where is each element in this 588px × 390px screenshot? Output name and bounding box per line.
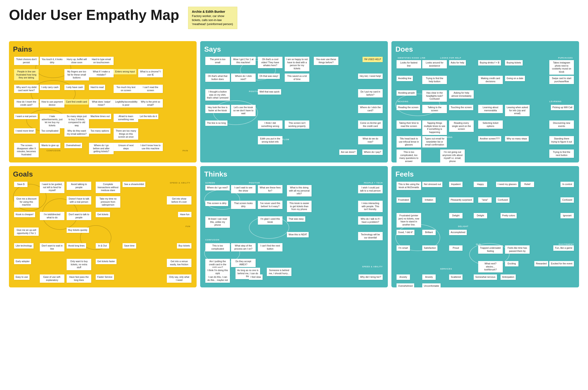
- sticky-note: Types out email for newsletter list or e…: [422, 136, 447, 147]
- sticky-note: Get tickets: [96, 212, 110, 217]
- sticky-note: Someone is behind me, I should hurry...: [267, 268, 291, 276]
- sticky-note: Pleasantly surprised: [449, 197, 474, 203]
- sticky-note: Get into show before it's over: [167, 196, 191, 204]
- sticky-note: Oh that's a cool video! They have whales…: [258, 57, 282, 68]
- sticky-note: Too much tiny text on screen: [114, 85, 138, 93]
- sticky-note: Avoid long lines: [67, 243, 86, 248]
- sticky-note: Where do I go next?: [205, 185, 230, 191]
- page-title: Older User Empathy Map: [9, 7, 179, 23]
- sticky-note: Give me a discount for using this machin…: [14, 196, 39, 208]
- sticky-note: I'm glad I used this kiosk: [258, 216, 282, 225]
- sticky-note: Not stressed out: [422, 182, 442, 187]
- sticky-note: I'm told/directed what to do: [40, 212, 64, 220]
- sticky-note: Irritation: [422, 197, 436, 203]
- sticky-note: Get into a venue easily, low friction: [167, 259, 191, 267]
- sticky-note: I miss interacting with people. This isn…: [358, 201, 383, 212]
- sticky-note: Don't want to talk to people: [67, 212, 91, 220]
- sticky-note: Oh that was easy!: [258, 74, 280, 79]
- sticky-note: This screen is dirty: [205, 201, 228, 206]
- sticky-note: Cant find credit card: [64, 99, 89, 105]
- sticky-note: Scattered: [449, 274, 463, 280]
- sticky-note: Making credit card decisions: [478, 76, 503, 84]
- header: Older User Empathy Map Archie & Edith Bu…: [9, 7, 579, 36]
- sticky-note: Are we done?: [339, 149, 357, 155]
- sticky-note: I think I did something wrong: [258, 120, 282, 129]
- sticky-note: Relief: [521, 182, 534, 187]
- sticky-note: Touching the screen: [449, 105, 473, 110]
- sticky-note: Hurry up, buffet will close soon: [64, 57, 89, 65]
- sticky-note: What is this doing with all my personal …: [287, 185, 312, 196]
- sticky-note: Trapped underwater feeling: [478, 245, 503, 254]
- sticky-note: Unsure of next steps: [114, 143, 138, 151]
- sticky-note: Hey kid, I need help!: [358, 74, 383, 79]
- sticky-note: Reading the screen: [397, 105, 420, 110]
- sticky-note: I hate advertisements, just let me buy m…: [40, 114, 64, 128]
- sticky-note: Machine times out: [89, 114, 111, 119]
- sticky-note: Save $: [14, 182, 28, 187]
- sticky-note: Good, 'I did it!': [397, 230, 415, 235]
- pains-quadrant: Pains FEAR CONFUSION PAIN Ticket choices…: [9, 41, 197, 162]
- persona-description: Factory worker, car show tickets, calls …: [192, 14, 233, 26]
- sticky-note: Take my time no pressure from salesperso…: [96, 196, 120, 208]
- sticky-note: Trying to find the help button: [422, 76, 447, 84]
- sticky-note: Buy tickets quickly: [67, 228, 89, 233]
- sticky-note: Uncomfortable: [422, 283, 441, 288]
- sticky-note: I wish I could just talk to a real perso…: [358, 185, 383, 193]
- sticky-note: How to use payment device: [40, 99, 64, 107]
- sticky-note: Too many options: [89, 128, 110, 134]
- sticky-note: Where do I go before and after getting t…: [89, 143, 114, 154]
- sticky-note: Overwhelmed: [397, 283, 414, 288]
- sticky-note: At least I can read this, unlike my phon…: [205, 216, 230, 228]
- sticky-note: Takes instagram photo next to cookiefry …: [549, 60, 574, 75]
- goals-title: Goals: [13, 170, 193, 178]
- sticky-note: I want a real person: [14, 114, 38, 119]
- sticky-note: Rewarded: [534, 261, 548, 266]
- sticky-note: Ignorant: [560, 213, 574, 218]
- sticky-note: Buying drinks f + B: [478, 60, 501, 65]
- does-quadrant: Does IDENTIFIES KIOSK LINE LOOKS FOR HEL…: [391, 41, 579, 162]
- sticky-note: I only carry cash: [40, 85, 60, 90]
- sticky-note: Somewhat nervous: [474, 274, 497, 280]
- sticky-note: Leaving when asked for info (zip and ema…: [505, 105, 530, 116]
- sticky-note: Tapping things multiple times to see if …: [422, 120, 447, 135]
- sticky-note: Legibility/accessibility is poor: [114, 99, 138, 107]
- sticky-note: In control: [560, 182, 574, 187]
- sticky-note: Let the kids do it: [138, 114, 158, 119]
- sticky-note: My fingers are too fat for these small b…: [64, 69, 89, 80]
- sticky-note: I can do this, I can do this... maybe no…: [205, 274, 230, 283]
- sticky-note: I've never used this before! Is it easy?: [258, 201, 282, 209]
- sticky-note: Exciting: [505, 261, 518, 266]
- sticky-note: Easy to use: [14, 274, 30, 280]
- sticky-note: Talking to the screen: [422, 105, 447, 113]
- sticky-note: Have fast pass the long lines: [67, 274, 91, 283]
- sticky-note: "wow": [478, 197, 492, 203]
- sticky-note: The line is so long: [205, 120, 227, 126]
- sticky-note: Kiosk is cheaper!: [14, 212, 35, 217]
- empathy-map-grid: Pains FEAR CONFUSION PAIN Ticket choices…: [9, 41, 579, 288]
- sticky-note: Going on a date: [505, 76, 525, 81]
- sticky-note: Taking their time to read the screen: [397, 120, 421, 129]
- sticky-note: Reading every single word on the screen: [449, 120, 474, 132]
- feels-title: Feels: [395, 170, 575, 178]
- sticky-note: Let's use the kiosk so we don't have to …: [231, 105, 256, 116]
- sticky-note: Happy: [474, 182, 487, 187]
- sticky-note: You touch it, it looks dirty: [40, 57, 64, 65]
- sticky-note: Selecting ticket options: [478, 120, 503, 129]
- sticky-note: Looks around for assistance: [422, 60, 447, 68]
- sticky-note: Like technology: [14, 243, 34, 248]
- sticky-note: That screen looks dirty: [231, 201, 256, 209]
- sticky-note: What step of the process am I on?: [231, 243, 256, 251]
- sticky-note: I can't find the next button: [258, 243, 282, 251]
- sticky-note: This is too complicated: [205, 243, 230, 251]
- sticky-note: What if I make a mistake?: [89, 69, 114, 77]
- sticky-note: Standing there trying to figure it out: [549, 136, 574, 144]
- sticky-note: What are these fees for?: [258, 185, 282, 193]
- sticky-note: Buying tickets: [505, 60, 523, 65]
- sticky-note: Too complicated: [40, 128, 60, 134]
- sticky-note: Delight: [474, 213, 487, 218]
- sticky-note: So many steps just to buy 2 tickets, com…: [64, 114, 89, 128]
- sticky-note: Hard to type email on touchscreen: [89, 57, 114, 65]
- sticky-note: I am so happy to not have to deal with a…: [285, 57, 309, 71]
- feels-quadrant: Feels FRUSTRATION DELIGHT OLD EXCITEMENT…: [391, 166, 579, 288]
- sticky-note: Why do they want my email address?: [64, 128, 89, 137]
